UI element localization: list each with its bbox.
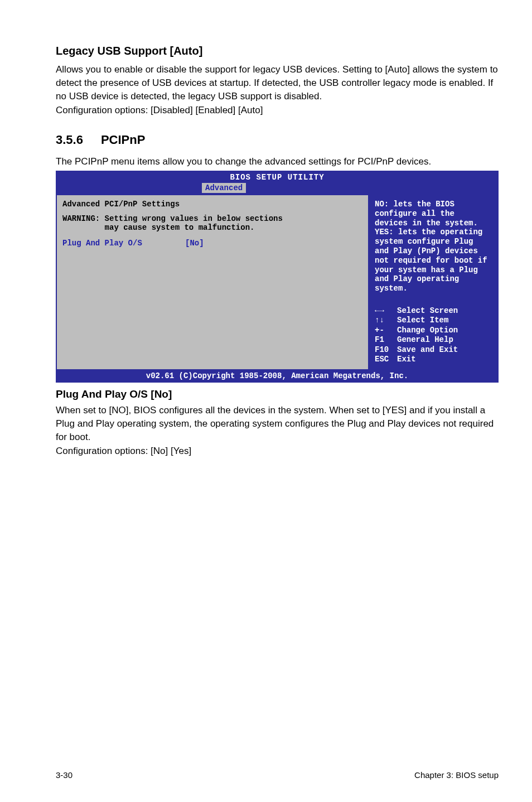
plug-and-play-options: Configuration options: [No] [Yes]: [56, 445, 499, 458]
bios-left-pane: Advanced PCI/PnP Settings WARNING: Setti…: [57, 195, 369, 369]
key-f1-label: General Help: [397, 335, 453, 345]
subsection-title: PCIPnP: [101, 133, 145, 147]
plug-and-play-para: When set to [NO], BIOS configures all th…: [56, 404, 499, 443]
bios-footer: v02.61 (C)Copyright 1985-2008, American …: [56, 370, 499, 383]
bios-tab-advanced: Advanced: [202, 183, 246, 193]
page-footer: 3-30 Chapter 3: BIOS setup: [56, 753, 499, 780]
key-select-screen-label: Select Screen: [397, 306, 458, 316]
page-number: 3-30: [56, 770, 72, 780]
key-esc-label: Exit: [397, 355, 416, 365]
key-change-option-label: Change Option: [397, 326, 458, 336]
bios-setting-label: Plug And Play O/S: [62, 239, 185, 248]
legacy-usb-options: Configuration options: [Disabled] [Enabl…: [56, 104, 499, 117]
key-esc: ESC: [375, 355, 397, 365]
subsection-number: 3.5.6: [56, 133, 83, 147]
plug-and-play-heading: Plug And Play O/S [No]: [56, 388, 499, 400]
bios-tab-bar: Advanced: [56, 183, 499, 194]
bios-left-header: Advanced PCI/PnP Settings: [62, 200, 362, 209]
bios-setting-value: [No]: [185, 239, 204, 248]
bios-setting-row: Plug And Play O/S [No]: [62, 239, 362, 248]
legacy-usb-para: Allows you to enable or disable the supp…: [56, 63, 499, 103]
subsection-intro: The PCIPnP menu items allow you to chang…: [56, 155, 499, 168]
bios-screenshot: BIOS SETUP UTILITY Advanced Advanced PCI…: [56, 171, 499, 383]
bios-key-legend: ←→Select Screen ↑↓Select Item +- Change …: [375, 306, 492, 365]
key-f10: F10: [375, 345, 397, 355]
key-arrows-lr-icon: ←→: [375, 306, 397, 316]
legacy-usb-heading: Legacy USB Support [Auto]: [56, 45, 499, 57]
bios-window-title: BIOS SETUP UTILITY: [56, 171, 499, 183]
key-f10-label: Save and Exit: [397, 345, 458, 355]
bios-warning-text: WARNING: Setting wrong values in below s…: [62, 214, 362, 232]
key-select-item-label: Select Item: [397, 316, 448, 326]
bios-right-pane: NO: lets the BIOS configure all the devi…: [369, 195, 497, 369]
key-plusminus-icon: +-: [375, 326, 397, 336]
key-arrows-ud-icon: ↑↓: [375, 316, 397, 326]
chapter-label: Chapter 3: BIOS setup: [414, 770, 499, 780]
key-f1: F1: [375, 335, 397, 345]
bios-help-text: NO: lets the BIOS configure all the devi…: [375, 200, 492, 306]
